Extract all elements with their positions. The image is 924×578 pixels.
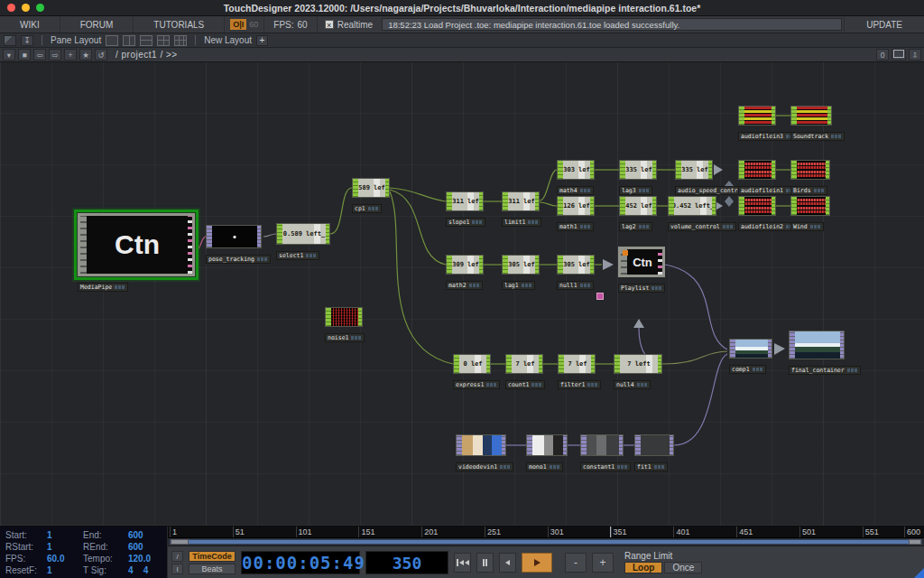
play-backward-button[interactable] (499, 553, 516, 573)
timeline-field-value[interactable]: 1 (47, 541, 83, 553)
fps-indicator[interactable]: FPS: 60 (264, 16, 317, 33)
beats-mode-button[interactable]: Beats (189, 564, 236, 574)
ruler-tick: 1 (170, 527, 177, 538)
node-audiofilein1[interactable]: audiofilein1 (738, 160, 776, 196)
node-label: pose_tracking (206, 255, 271, 264)
realtime-toggle[interactable]: × Realtime (318, 16, 380, 33)
window-icon[interactable] (892, 49, 906, 61)
node-comp1[interactable]: comp1 (729, 339, 772, 375)
pane-menu-icon[interactable]: ▾ (3, 49, 15, 61)
node-math2[interactable]: 309 lefmath2 (446, 255, 484, 291)
loop-button[interactable]: Loop (624, 562, 662, 573)
pane-layout-label: Pane Layout (51, 35, 101, 45)
slider-mode-button[interactable]: / (171, 551, 183, 562)
node-cp1[interactable]: 589 lefcp1 (352, 178, 390, 214)
play-forward-button[interactable] (522, 553, 552, 573)
range-fill[interactable] (170, 539, 922, 545)
node-lag2[interactable]: 452 leflag2 (619, 196, 657, 232)
realtime-checkbox-icon[interactable]: × (325, 20, 334, 29)
stop-icon[interactable]: ■ (18, 49, 31, 61)
node-filter1[interactable]: 7 leffilter1 (558, 354, 596, 390)
timeline-field-value[interactable]: 120.0 (128, 553, 168, 564)
node-preview (797, 161, 826, 179)
new-layout-add-button[interactable]: + (256, 35, 268, 46)
node-final_container[interactable]: final_container (789, 331, 845, 376)
forward-icon[interactable]: ⇨ (49, 49, 61, 61)
step-back-button[interactable]: - (565, 553, 587, 573)
integer-mode-button[interactable]: I (171, 564, 183, 574)
node-pose_tracking[interactable]: pose_tracking (206, 225, 262, 265)
node-lag3[interactable]: 335 leflag3 (619, 160, 657, 196)
node-noise1[interactable]: noise1 (325, 307, 363, 343)
node-Playlist[interactable]: CtnPlaylist (618, 247, 665, 294)
layout-quad-button[interactable] (157, 35, 170, 46)
layout-single-button[interactable] (106, 35, 118, 46)
range-handle-right[interactable] (909, 539, 921, 545)
node-null1[interactable]: 305 lefnull1 (557, 255, 595, 291)
layout-grid-button[interactable] (174, 35, 187, 46)
scrub-mode-buttons: / I (171, 551, 183, 574)
node-preview: 0 lef (459, 355, 486, 373)
node-audiofilein3[interactable]: audiofilein3 (738, 106, 776, 142)
node-express1[interactable]: 0 lefexpress1 (453, 354, 491, 390)
timeline-field-value[interactable]: 1 (47, 564, 83, 576)
node-Wind[interactable]: Wind (790, 196, 830, 232)
timeline-field-label: RStart: (5, 541, 47, 553)
range-handle-left[interactable] (171, 539, 189, 545)
node-math1[interactable]: 126 lefmath1 (557, 196, 595, 232)
save-icon[interactable]: ↧ (21, 35, 33, 46)
node-slope1[interactable]: 311 lefslope1 (446, 191, 484, 228)
timeline-field-value[interactable]: 4 4 (128, 564, 168, 576)
node-limit1[interactable]: 311 leflimit1 (502, 191, 540, 228)
node-select1[interactable]: 0.589 left_select1 (276, 223, 330, 261)
frame-display[interactable]: 350 (365, 551, 448, 574)
menu-tutorials[interactable]: TUTORIALS (134, 16, 225, 33)
node-mono1[interactable]: mono1 (526, 434, 568, 472)
pause-button[interactable] (476, 553, 494, 573)
node-count1[interactable]: 7 lefcount1 (505, 354, 543, 390)
oi-badge[interactable]: O|I (230, 19, 246, 30)
bookmark-star-icon[interactable]: ★ (79, 49, 92, 61)
timeline-field-value[interactable]: 60.0 (47, 553, 83, 564)
snapshot-icon[interactable] (4, 35, 16, 46)
layout-vsplit-button[interactable] (123, 35, 135, 46)
node-Birds[interactable]: Birds (790, 160, 830, 196)
frame-ruler[interactable]: 151101151201251301351401451501551600 (168, 527, 924, 538)
network-editor[interactable]: CtnMediaPipepose_tracking0.589 left_sele… (0, 62, 924, 527)
timecode-mode-button[interactable]: TimeCode (189, 551, 236, 562)
node-constant1[interactable]: constant1 (580, 434, 624, 472)
node-MediaPipe[interactable]: CtnMediaPipe (78, 213, 195, 293)
node-fit1[interactable]: fit1 (634, 434, 674, 472)
timeline-field-value[interactable]: 600 (128, 541, 168, 553)
node-videodevin1[interactable]: videodevin1 (456, 434, 506, 472)
step-forward-button[interactable]: + (592, 553, 614, 573)
add-bookmark-icon[interactable]: + (64, 49, 77, 61)
output-input-toggle[interactable]: O|I 60 (225, 16, 264, 33)
range-scrollbar[interactable] (168, 538, 924, 545)
node-audiofilein2[interactable]: audiofilein2 (738, 196, 776, 232)
layout-hsplit-button[interactable] (140, 35, 152, 46)
breadcrumb[interactable]: / project1 / >> (116, 50, 178, 60)
node-label: Birds (790, 186, 827, 195)
node-math4[interactable]: 303 lefmath4 (557, 160, 595, 196)
node-audio_speed_control[interactable]: 335 lefaudio_speed_control (675, 160, 713, 196)
menu-forum[interactable]: FORUM (60, 16, 134, 33)
node-Soundtrack[interactable]: Soundtrack (790, 106, 832, 142)
timeline-panel: Start:1End:600RStart:1REnd:600FPS:60.0Te… (0, 527, 924, 578)
resize-handle[interactable] (914, 568, 924, 578)
timeline-field-value[interactable]: 600 (128, 529, 168, 541)
reload-icon[interactable]: ↺ (95, 49, 107, 61)
update-button[interactable]: UPDATE (844, 16, 924, 33)
timeline-field-value[interactable]: 1 (47, 529, 83, 541)
node-null4[interactable]: 7 leftnull4 (614, 354, 662, 390)
node-volume_control[interactable]: 0.452 left_volume_control (668, 196, 716, 232)
back-icon[interactable]: ⇦ (33, 49, 46, 61)
node-lag1[interactable]: 305 leflag1 (502, 255, 540, 291)
timeline-field-label: Start: (5, 529, 47, 541)
time-mode-buttons: TimeCode Beats (189, 551, 236, 574)
go-to-start-button[interactable] (454, 553, 471, 573)
menu-wiki[interactable]: WIKI (0, 16, 60, 33)
once-button[interactable]: Once (664, 562, 702, 573)
collapse-icon[interactable]: ⇩ (909, 49, 921, 61)
node-label: null4 (614, 380, 651, 389)
